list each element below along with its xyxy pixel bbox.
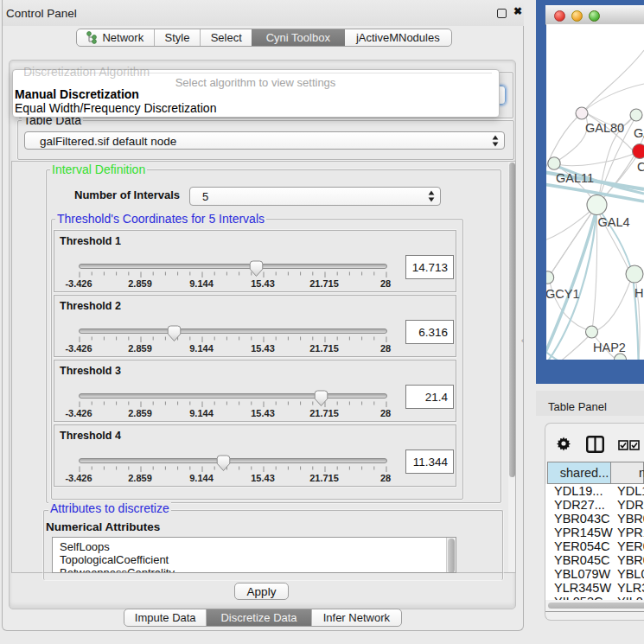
svg-text:GCY1: GCY1 — [546, 287, 580, 301]
svg-text:GA: GA — [634, 126, 644, 140]
svg-text:GAL4: GAL4 — [598, 215, 630, 229]
svg-text:H: H — [634, 286, 643, 300]
svg-text:GAL11: GAL11 — [556, 171, 594, 185]
svg-text:C: C — [637, 160, 644, 174]
svg-text:GAL80: GAL80 — [585, 121, 624, 135]
svg-text:HAP2: HAP2 — [593, 341, 626, 354]
